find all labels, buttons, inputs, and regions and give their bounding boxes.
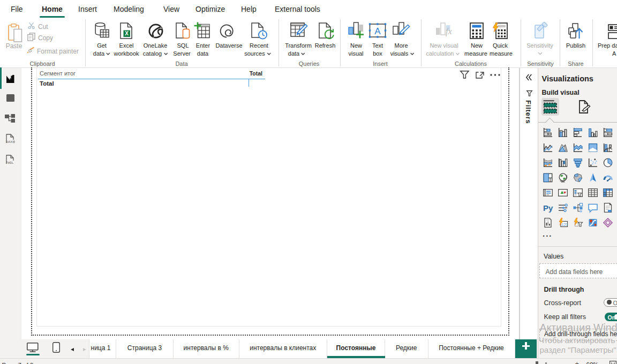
svg-text:Py: Py	[543, 203, 553, 212]
svg-text:DAX: DAX	[6, 140, 12, 143]
svg-text:X: X	[125, 31, 129, 36]
svg-text:123: 123	[561, 222, 568, 226]
svg-text:TMDL: TMDL	[6, 161, 13, 164]
svg-text:A: A	[374, 26, 381, 36]
svg-text:fx: fx	[446, 27, 452, 36]
